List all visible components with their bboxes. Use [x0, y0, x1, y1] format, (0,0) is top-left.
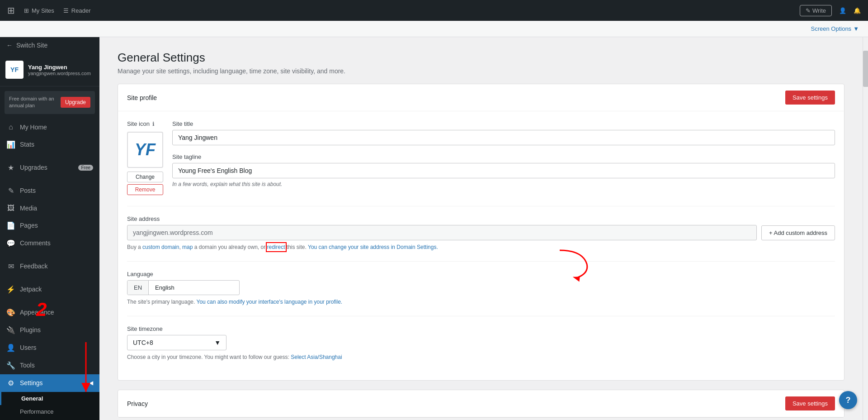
language-label: Language [127, 271, 835, 277]
settings-submenu: General Performance Writing Discussion R… [0, 392, 99, 420]
custom-domain-link[interactable]: custom domain [142, 244, 179, 250]
redirect-link[interactable]: redirect [267, 244, 285, 250]
content-area: General Settings Manage your site settin… [99, 37, 863, 420]
privacy-label: Privacy [127, 400, 148, 407]
sidebar: ← Switch Site YF Yang Jingwen yangjingwe… [0, 37, 99, 420]
site-tagline-hint: In a few words, explain what this site i… [172, 181, 835, 187]
screen-options-bar: Screen Options ▼ [0, 21, 868, 37]
back-arrow-icon: ← [6, 42, 13, 49]
nav-users[interactable]: 👤 Users [0, 339, 99, 357]
stats-icon: 📊 [6, 140, 15, 149]
submenu-performance[interactable]: Performance [0, 405, 99, 418]
timezone-select[interactable]: UTC+8 ▼ [127, 335, 226, 350]
save-settings-button-top[interactable]: Save settings [785, 91, 835, 105]
card-header-privacy: Privacy Save settings [118, 390, 844, 417]
site-info: YF Yang Jingwen yangjingwen.wordpress.co… [0, 53, 99, 86]
site-profile-body: Site icon ℹ YF Change Remove Site title [118, 111, 844, 380]
site-address-input [127, 225, 757, 240]
upgrades-badge: Free [78, 165, 93, 171]
nav-settings[interactable]: ⚙ Settings ◀ [0, 374, 99, 392]
page-subtitle: Manage your site settings, including lan… [118, 67, 844, 75]
chevron-down-icon: ▼ [214, 339, 221, 346]
site-title-input[interactable] [172, 130, 835, 145]
nav-media[interactable]: 🖼 Media [0, 200, 99, 217]
site-address-section: Site address + Add custom address Buy a … [127, 215, 835, 250]
site-domain: yangjingwen.wordpress.com [28, 71, 91, 76]
site-name: Yang Jingwen [28, 64, 91, 71]
site-profile-label: Site profile [127, 94, 157, 101]
site-tagline-label: Site tagline [172, 153, 835, 160]
home-icon: ⌂ [6, 123, 15, 131]
card-header-site-profile: Site profile Save settings [118, 84, 844, 111]
site-icon-label-row: Site icon ℹ [127, 120, 163, 127]
tools-icon: 🔧 [6, 361, 15, 370]
feedback-icon: ✉ [6, 262, 15, 271]
map-link[interactable]: map [182, 244, 193, 250]
site-icon-preview: YF [127, 132, 163, 168]
screen-options-button[interactable]: Screen Options ▼ [811, 25, 859, 32]
remove-icon-button[interactable]: Remove [127, 184, 163, 195]
address-hint: Buy a custom domain, map a domain you al… [127, 244, 835, 250]
timezone-guess-link[interactable]: Select Asia/Shanghai [291, 354, 342, 360]
switch-site-button[interactable]: ← Switch Site [0, 37, 99, 53]
top-bar: ⊞ ⊞ My Sites ☰ Reader ✎ Write 👤 🔔 [0, 0, 868, 21]
right-scrollbar [863, 37, 868, 420]
posts-icon: ✎ [6, 186, 15, 195]
site-tagline-input[interactable] [172, 163, 835, 178]
timezone-section: Site timezone UTC+8 ▼ Choose a city in y… [127, 325, 835, 360]
user-avatar[interactable]: 👤 [839, 7, 846, 14]
add-custom-address-button[interactable]: + Add custom address [761, 225, 835, 240]
nav-stats[interactable]: 📊 Stats [0, 136, 99, 153]
info-icon[interactable]: ℹ [152, 121, 155, 127]
submenu-general[interactable]: General [0, 392, 99, 405]
change-icon-button[interactable]: Change [127, 172, 163, 182]
settings-icon: ⚙ [6, 379, 15, 387]
timezone-label: Site timezone [127, 325, 835, 332]
submenu-writing[interactable]: Writing [0, 418, 99, 420]
timezone-hint: Choose a city in your timezone. You migh… [127, 354, 835, 360]
upgrade-button[interactable]: Upgrade [61, 97, 90, 108]
nav-upgrades[interactable]: ★ Upgrades Free [0, 159, 99, 177]
top-bar-right: ✎ Write 👤 🔔 [800, 5, 861, 16]
nav-tools[interactable]: 🔧 Tools [0, 357, 99, 374]
write-button[interactable]: ✎ Write [800, 5, 832, 16]
write-icon: ✎ [806, 7, 811, 14]
sites-icon: ⊞ [24, 7, 29, 14]
settings-arrow-icon: ◀ [89, 380, 93, 386]
help-button[interactable]: ? [839, 391, 857, 409]
nav-pages[interactable]: 📄 Pages [0, 217, 99, 234]
address-row: + Add custom address [127, 225, 835, 240]
main-layout: ← Switch Site YF Yang Jingwen yangjingwe… [0, 37, 868, 420]
nav-feedback[interactable]: ✉ Feedback [0, 258, 99, 275]
nav-appearance[interactable]: 🎨 Appearance [0, 304, 99, 321]
nav-posts[interactable]: ✎ Posts [0, 182, 99, 200]
top-bar-left: ⊞ ⊞ My Sites ☰ Reader [7, 5, 90, 16]
nav-my-home[interactable]: ⌂ My Home [0, 119, 99, 136]
reader-icon: ☰ [63, 7, 69, 14]
reader-nav[interactable]: ☰ Reader [63, 7, 91, 14]
nav-comments[interactable]: 💬 Comments [0, 234, 99, 252]
jetpack-icon: ⚡ [6, 285, 15, 294]
page-title: General Settings [118, 51, 844, 65]
site-title-section: Site title Site tagline In a few words, … [172, 120, 835, 187]
upgrades-icon: ★ [6, 163, 15, 172]
wp-logo-icon: ⊞ [7, 5, 15, 16]
change-site-address-link[interactable]: You can change your site address in Doma… [308, 244, 438, 250]
site-profile-card: Site profile Save settings Site icon ℹ Y… [118, 84, 844, 381]
language-prefix: EN [127, 281, 149, 295]
nav-plugins[interactable]: 🔌 Plugins [0, 321, 99, 339]
site-icon-section: Site icon ℹ YF Change Remove [127, 120, 163, 197]
my-sites-nav[interactable]: ⊞ My Sites [24, 7, 54, 14]
upgrade-banner-text: Free domain with an annual plan [9, 95, 57, 110]
chevron-down-icon: ▼ [853, 25, 859, 32]
language-selector[interactable]: EN English [127, 280, 240, 295]
nav-jetpack[interactable]: ⚡ Jetpack [0, 281, 99, 298]
notifications-icon[interactable]: 🔔 [854, 7, 861, 14]
comments-icon: 💬 [6, 239, 15, 248]
language-name: English [149, 281, 239, 295]
save-settings-button-privacy[interactable]: Save settings [785, 396, 835, 410]
language-profile-link[interactable]: You can also modify your interface's lan… [197, 299, 343, 305]
site-title-label: Site title [172, 120, 835, 127]
appearance-icon: 🎨 [6, 308, 15, 317]
language-section: Language EN English The site's primary l… [127, 271, 835, 305]
